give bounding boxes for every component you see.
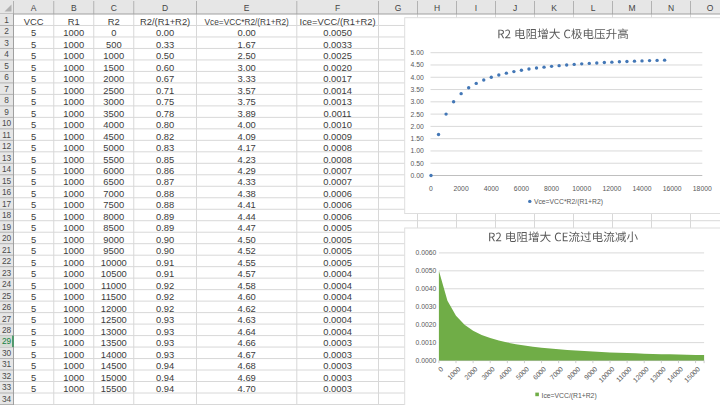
- svg-text:1000: 1000: [63, 142, 84, 153]
- svg-text:7000: 7000: [103, 188, 124, 199]
- svg-text:G: G: [395, 3, 402, 13]
- svg-text:33: 33: [2, 382, 12, 392]
- svg-text:0.75: 0.75: [156, 96, 174, 107]
- svg-text:10: 10: [2, 118, 12, 128]
- svg-text:8000: 8000: [103, 211, 124, 222]
- svg-text:0.50: 0.50: [411, 160, 424, 167]
- svg-text:13: 13: [2, 153, 12, 163]
- svg-text:0.0008: 0.0008: [323, 154, 352, 165]
- svg-text:0.94: 0.94: [156, 360, 174, 371]
- svg-text:4.63: 4.63: [238, 314, 256, 325]
- svg-text:0.89: 0.89: [156, 222, 174, 233]
- svg-text:19: 19: [2, 222, 12, 232]
- svg-text:11: 11: [2, 130, 11, 140]
- svg-text:0.88: 0.88: [156, 199, 174, 210]
- svg-text:5: 5: [31, 245, 36, 256]
- svg-text:4.41: 4.41: [238, 199, 256, 210]
- svg-text:E: E: [244, 3, 250, 13]
- svg-text:Vce=VCC*R2/(R1+R2): Vce=VCC*R2/(R1+R2): [205, 17, 290, 27]
- svg-text:1000: 1000: [63, 119, 84, 130]
- svg-text:11500: 11500: [101, 291, 126, 302]
- svg-text:1000: 1000: [63, 85, 84, 96]
- svg-text:5: 5: [31, 222, 36, 233]
- svg-text:1000: 1000: [103, 50, 124, 61]
- svg-text:34: 34: [2, 394, 12, 404]
- svg-text:0.85: 0.85: [156, 154, 174, 165]
- svg-text:9000: 9000: [103, 234, 124, 245]
- svg-text:4.58: 4.58: [238, 280, 256, 291]
- svg-text:4.60: 4.60: [238, 291, 256, 302]
- svg-text:2.50: 2.50: [411, 111, 424, 118]
- svg-text:12000: 12000: [101, 303, 127, 314]
- svg-text:5: 5: [31, 280, 36, 291]
- svg-text:0.88: 0.88: [156, 188, 174, 199]
- svg-text:1000: 1000: [63, 96, 84, 107]
- svg-text:15: 15: [2, 176, 12, 186]
- svg-text:5: 5: [31, 96, 36, 107]
- svg-text:1000: 1000: [63, 27, 84, 38]
- svg-text:5: 5: [31, 165, 36, 176]
- svg-text:4.64: 4.64: [238, 326, 256, 337]
- svg-text:10000: 10000: [101, 257, 127, 268]
- svg-text:1000: 1000: [63, 131, 84, 142]
- svg-text:16000: 16000: [663, 185, 682, 192]
- svg-text:0.82: 0.82: [156, 131, 174, 142]
- svg-text:5: 5: [31, 39, 36, 50]
- svg-text:0.0020: 0.0020: [323, 62, 352, 73]
- svg-text:0.0010: 0.0010: [416, 339, 437, 346]
- svg-text:Vce=VCC*R2/(R1+R2): Vce=VCC*R2/(R1+R2): [534, 198, 603, 206]
- svg-text:0.0005: 0.0005: [323, 234, 352, 245]
- svg-text:4.68: 4.68: [238, 360, 256, 371]
- svg-text:0.90: 0.90: [156, 245, 174, 256]
- svg-text:0.0004: 0.0004: [323, 326, 352, 337]
- svg-text:1.67: 1.67: [238, 39, 256, 50]
- svg-text:0.92: 0.92: [156, 291, 174, 302]
- svg-text:M: M: [628, 3, 635, 13]
- svg-text:0.0040: 0.0040: [416, 285, 437, 292]
- svg-text:0.0013: 0.0013: [323, 96, 352, 107]
- svg-text:1000: 1000: [63, 268, 84, 279]
- svg-text:26: 26: [2, 302, 12, 312]
- svg-text:K: K: [551, 3, 557, 13]
- svg-text:8000: 8000: [544, 185, 559, 192]
- svg-text:0.86: 0.86: [156, 165, 174, 176]
- svg-text:18000: 18000: [693, 185, 712, 192]
- svg-text:22: 22: [2, 256, 12, 266]
- svg-text:1000: 1000: [63, 291, 84, 302]
- svg-text:0.87: 0.87: [156, 176, 174, 187]
- svg-text:2.00: 2.00: [411, 123, 424, 130]
- svg-text:0.0004: 0.0004: [323, 268, 352, 279]
- svg-text:5: 5: [31, 211, 36, 222]
- svg-text:0.83: 0.83: [156, 142, 174, 153]
- svg-text:14500: 14500: [101, 360, 127, 371]
- svg-text:8: 8: [4, 95, 9, 105]
- svg-text:1000: 1000: [63, 50, 84, 61]
- svg-text:21: 21: [2, 245, 12, 255]
- svg-text:Ice=VCC/(R1+R2): Ice=VCC/(R1+R2): [300, 16, 376, 27]
- svg-text:0.93: 0.93: [156, 314, 174, 325]
- svg-text:18: 18: [2, 210, 12, 220]
- svg-text:4.62: 4.62: [238, 303, 256, 314]
- svg-text:0.0007: 0.0007: [323, 176, 352, 187]
- svg-text:R2/(R1+R2): R2/(R1+R2): [140, 16, 190, 27]
- svg-text:5: 5: [31, 349, 36, 360]
- svg-text:0.92: 0.92: [156, 280, 174, 291]
- svg-text:0.0006: 0.0006: [323, 211, 352, 222]
- svg-text:4.52: 4.52: [238, 245, 256, 256]
- svg-text:0.0060: 0.0060: [416, 249, 437, 256]
- svg-text:1000: 1000: [63, 372, 84, 383]
- svg-text:R1: R1: [68, 16, 80, 27]
- svg-text:0.0005: 0.0005: [323, 245, 352, 256]
- svg-text:5: 5: [31, 372, 36, 383]
- svg-text:0.71: 0.71: [156, 85, 174, 96]
- svg-text:3: 3: [4, 38, 9, 48]
- svg-text:1000: 1000: [63, 154, 84, 165]
- svg-text:3.00: 3.00: [411, 98, 424, 105]
- svg-text:1000: 1000: [63, 360, 84, 371]
- svg-text:1000: 1000: [63, 188, 84, 199]
- svg-text:5: 5: [31, 199, 36, 210]
- svg-text:0.0004: 0.0004: [323, 280, 352, 291]
- svg-text:B: B: [71, 3, 77, 13]
- svg-text:4.00: 4.00: [411, 74, 424, 81]
- svg-text:27: 27: [2, 314, 12, 324]
